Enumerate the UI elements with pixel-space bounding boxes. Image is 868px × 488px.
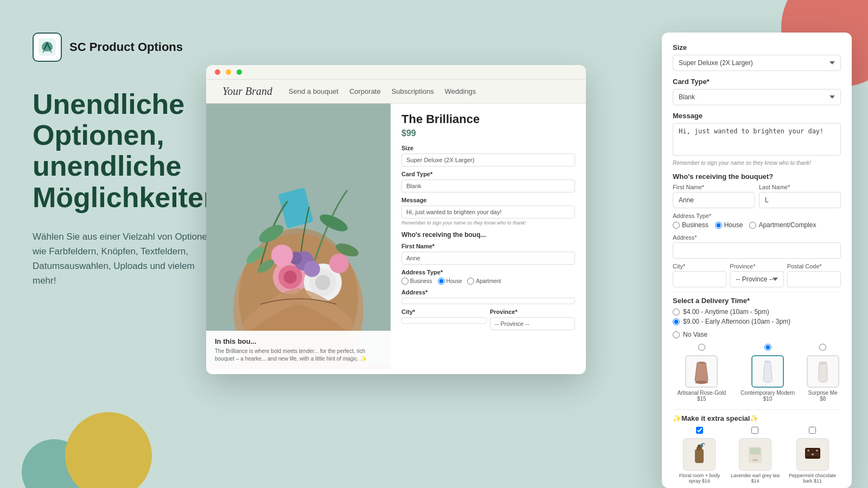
message-label-inner: Message xyxy=(401,197,575,203)
recipient-title-inner: Who's receiving the bouq... xyxy=(401,231,575,239)
city-label: City* xyxy=(673,263,726,269)
shop-content: In this bou... The Brilliance is where b… xyxy=(206,104,586,369)
delivery-option-2: $9.00 - Early Afternoon (10am - 3pm) xyxy=(673,318,841,325)
address-input[interactable] xyxy=(673,242,841,259)
last-name-label: Last Name* xyxy=(759,184,841,190)
address-house-radio[interactable]: House xyxy=(438,278,462,285)
svg-point-10 xyxy=(284,271,297,284)
first-name-label: First Name* xyxy=(673,184,755,190)
card-type-value-inner: Blank xyxy=(401,179,575,192)
in-this-bouquet: In this bou... The Brilliance is where b… xyxy=(206,331,391,369)
nav-item-weddings[interactable]: Weddings xyxy=(445,87,476,95)
extras-grid: Floral room + body spray $16 tea Lavende… xyxy=(673,427,841,484)
size-label-inner: Size xyxy=(401,145,575,151)
main-headline: Unendliche Optionen, unendliche Möglichk… xyxy=(33,89,217,213)
first-name-input[interactable] xyxy=(673,192,755,208)
nav-item-send[interactable]: Send a bouquet xyxy=(289,87,339,95)
delivery-radio-2[interactable] xyxy=(673,318,680,325)
browser-nav-bar xyxy=(206,65,586,80)
browser-mockup: Your Brand Send a bouquet Corporate Subs… xyxy=(206,65,586,374)
vase-img-surprise xyxy=(807,355,839,388)
delivery-radio-1[interactable] xyxy=(673,309,680,316)
vase-label-artisanal: Artisanal Rose-Gold $15 xyxy=(673,390,731,402)
svg-rect-24 xyxy=(819,362,827,364)
vase-label-contemporary: Contemporary Modern $10 xyxy=(736,390,800,402)
vase-radio-contemporary[interactable] xyxy=(764,344,771,351)
extra-item-spray: Floral room + body spray $16 xyxy=(673,427,726,484)
card-type-label-inner: Card Type* xyxy=(401,171,575,177)
main-subtext: Wählen Sie aus einer Vielzahl von Option… xyxy=(33,229,217,288)
vase-item-contemporary: Contemporary Modern $10 xyxy=(736,344,800,402)
extra-label-chocolate: Peppermint chocolate bark $11 xyxy=(784,473,841,484)
message-form-note: Remember to sign your name so they know … xyxy=(673,160,841,166)
message-textarea[interactable]: Hi, just wanted to brighten your day! xyxy=(673,123,841,156)
extra-checkbox-tea[interactable] xyxy=(751,427,758,434)
city-row: City* Province* -- Province -- xyxy=(401,304,575,330)
svg-point-35 xyxy=(807,450,809,452)
nav-item-corporate[interactable]: Corporate xyxy=(349,87,381,95)
city-label-inner: City* xyxy=(401,309,487,315)
size-select[interactable]: Super Deluxe (2X Larger) Deluxe Standard xyxy=(673,55,841,71)
extra-checkbox-spray[interactable] xyxy=(696,427,703,434)
svg-point-37 xyxy=(816,450,818,452)
shop-header: Your Brand Send a bouquet Corporate Subs… xyxy=(206,80,586,104)
last-name-input[interactable] xyxy=(759,192,841,208)
vase-radio-surprise[interactable] xyxy=(819,344,826,351)
message-field-label: Message xyxy=(673,112,841,120)
city-province-row: City* Province* -- Province -- Postal Co… xyxy=(673,263,841,287)
province-value-inner: -- Province -- xyxy=(490,317,575,330)
product-form-panel: Size Super Deluxe (2X Larger) Deluxe Sta… xyxy=(662,33,852,488)
address-value-inner xyxy=(401,298,575,304)
svg-rect-21 xyxy=(698,362,705,364)
product-image-area: In this bou... The Brilliance is where b… xyxy=(206,104,391,369)
address-label-inner: Address* xyxy=(401,289,575,296)
address-label: Address* xyxy=(673,234,841,241)
vase-label-surprise: Surprise Me $8 xyxy=(805,390,841,402)
logo-text: SC Product Options xyxy=(69,40,183,54)
address-apartment[interactable]: Apartment/Complex xyxy=(749,221,816,229)
divider-2 xyxy=(673,409,841,410)
province-select[interactable]: -- Province -- xyxy=(730,271,783,287)
nav-dot-minimize xyxy=(226,69,231,75)
address-house[interactable]: House xyxy=(715,221,743,229)
nav-dot-maximize xyxy=(237,69,242,75)
logo-icon xyxy=(33,33,62,62)
extra-img-tea: tea xyxy=(739,438,771,471)
delivery-label: Select a Delivery Time* xyxy=(673,297,841,305)
svg-text:tea: tea xyxy=(753,458,758,461)
message-note-inner: Remember to sign your name so they know … xyxy=(401,220,575,226)
card-type-field-label: Card Type* xyxy=(673,78,841,86)
extra-img-chocolate xyxy=(796,438,829,471)
no-vase-radio[interactable] xyxy=(673,331,680,338)
svg-point-28 xyxy=(700,444,703,447)
svg-point-18 xyxy=(329,254,349,273)
product-price-inner: $99 xyxy=(401,129,575,138)
bouquet-section-title: In this bou... xyxy=(215,337,382,345)
vase-radio-artisanal[interactable] xyxy=(698,344,705,351)
city-input[interactable] xyxy=(673,271,726,287)
address-business-radio[interactable]: Business xyxy=(401,278,432,285)
svg-rect-23 xyxy=(765,361,770,363)
svg-point-13 xyxy=(315,275,330,290)
nav-item-subscriptions[interactable]: Subscriptions xyxy=(392,87,434,95)
extra-label-spray: Floral room + body spray $16 xyxy=(673,473,726,484)
card-type-select[interactable]: Blank Printed xyxy=(673,89,841,105)
svg-point-17 xyxy=(271,245,293,266)
shop-logo: Your Brand xyxy=(222,85,272,98)
flower-image xyxy=(206,104,391,369)
address-type-radio-group: Business House Apartment/Complex xyxy=(673,221,841,229)
address-apartment-radio[interactable]: Apartment xyxy=(467,278,501,285)
name-row: First Name* Last Name* xyxy=(673,184,841,208)
extra-checkbox-chocolate[interactable] xyxy=(809,427,816,434)
extra-item-chocolate: Peppermint chocolate bark $11 xyxy=(784,427,841,484)
postal-input[interactable] xyxy=(787,271,841,287)
first-name-value-inner: Anne xyxy=(401,252,575,265)
city-value-inner xyxy=(401,317,487,324)
address-business[interactable]: Business xyxy=(673,221,709,229)
divider-1 xyxy=(673,292,841,292)
vase-item-surprise: Surprise Me $8 xyxy=(805,344,841,402)
extra-img-spray xyxy=(683,438,716,471)
svg-point-36 xyxy=(812,453,814,455)
extra-item-tea: tea Lavender earl grey tea $14 xyxy=(731,427,780,484)
vase-img-artisanal xyxy=(685,355,718,388)
